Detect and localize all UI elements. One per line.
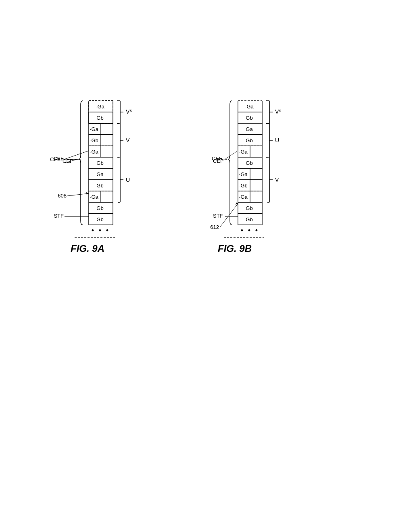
svg-text:U: U xyxy=(275,137,279,143)
svg-text:-Gb: -Gb xyxy=(239,183,248,189)
svg-text:s: s xyxy=(279,108,281,113)
svg-text:Gb: Gb xyxy=(96,115,103,121)
svg-text:Ga: Ga xyxy=(96,171,104,177)
svg-text:-Ga: -Ga xyxy=(96,104,104,110)
svg-text:•: • xyxy=(99,227,101,235)
svg-text:-Ga: -Ga xyxy=(90,194,98,200)
svg-text:-Ga: -Ga xyxy=(90,149,98,155)
svg-text:-Ga: -Ga xyxy=(239,149,248,155)
svg-text:FIG. 9A: FIG. 9A xyxy=(71,243,104,254)
svg-text:•: • xyxy=(92,227,94,235)
svg-text:Gb: Gb xyxy=(96,205,103,211)
svg-text:FIG. 9B: FIG. 9B xyxy=(218,243,252,254)
svg-text:Gb: Gb xyxy=(246,115,252,121)
svg-line-131 xyxy=(225,151,237,159)
svg-text:Gb: Gb xyxy=(96,160,103,166)
svg-text:-Ga: -Ga xyxy=(239,171,248,177)
svg-text:-Gb: -Gb xyxy=(90,137,98,143)
svg-marker-113 xyxy=(236,202,238,205)
svg-text:•: • xyxy=(255,227,258,235)
svg-text:•: • xyxy=(106,227,108,235)
svg-text:Gb: Gb xyxy=(246,137,252,143)
svg-text:Gb: Gb xyxy=(246,160,252,166)
svg-text:V: V xyxy=(126,108,130,115)
svg-text:s: s xyxy=(130,108,132,113)
svg-marker-52 xyxy=(86,192,89,195)
svg-text:-Ga: -Ga xyxy=(90,126,98,132)
svg-text:STF: STF xyxy=(54,213,64,219)
svg-text:CEF: CEF xyxy=(212,156,222,162)
svg-text:608: 608 xyxy=(58,193,67,199)
svg-text:V: V xyxy=(275,177,279,183)
svg-text:CEF: CEF xyxy=(50,156,60,162)
svg-text:612: 612 xyxy=(210,224,219,230)
svg-text:Gb: Gb xyxy=(96,183,103,189)
svg-text:-Ga: -Ga xyxy=(245,104,254,110)
svg-text:Ga: Ga xyxy=(246,126,253,132)
svg-text:•: • xyxy=(241,227,243,235)
svg-text:Gb: Gb xyxy=(246,205,252,211)
svg-text:Gb: Gb xyxy=(96,216,103,222)
svg-text:Gb: Gb xyxy=(246,216,252,222)
svg-text:V: V xyxy=(126,137,130,143)
svg-line-51 xyxy=(67,193,89,196)
svg-text:-Ga: -Ga xyxy=(239,194,248,200)
svg-text:V: V xyxy=(275,108,279,115)
svg-text:STF: STF xyxy=(213,213,223,219)
svg-text:U: U xyxy=(126,177,130,183)
diagram-svg: -Ga Gb -Ga -Gb -Ga Gb Ga Gb -Ga Gb Gb • … xyxy=(0,81,413,476)
svg-text:•: • xyxy=(248,227,250,235)
